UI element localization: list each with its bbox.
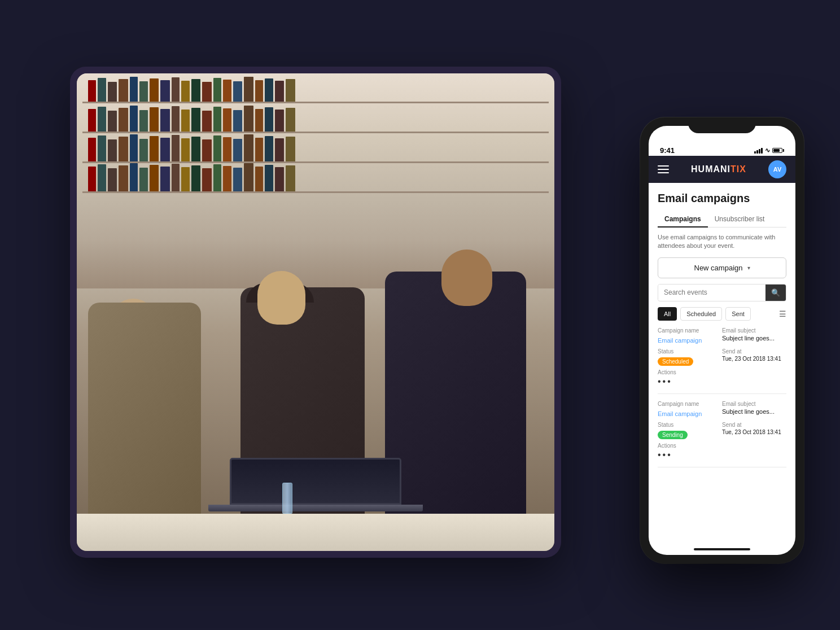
actions-dots-2[interactable]: •••: [658, 450, 786, 460]
filter-row: All Scheduled Sent ☰: [658, 307, 786, 321]
phone-nav: HUMANITIX AV: [649, 156, 795, 183]
status-icons: ∿: [754, 147, 784, 154]
status-bar: 9:41 ∿: [649, 142, 795, 156]
search-input[interactable]: [658, 285, 765, 300]
sendat-value-1: Tue, 23 Oct 2018 13:41: [722, 356, 786, 362]
filter-sent[interactable]: Sent: [725, 307, 751, 321]
phone-home-indicator: [694, 548, 750, 550]
wifi-icon: ∿: [765, 147, 770, 154]
campaign-name-value-1[interactable]: Email campaign: [658, 337, 702, 344]
new-campaign-label: New campaign: [694, 264, 743, 272]
avatar-button[interactable]: AV: [768, 160, 786, 178]
filter-all[interactable]: All: [658, 307, 677, 321]
phone-content: Email campaigns Campaigns Unsubscriber l…: [649, 183, 795, 483]
sendat-value-2: Tue, 23 Oct 2018 13:41: [722, 429, 786, 435]
chevron-down-icon: ▾: [747, 265, 750, 271]
battery-icon: [772, 148, 784, 153]
people-area: [77, 240, 554, 551]
email-subject-value-2: Subject line goes...: [722, 408, 786, 415]
phone-device: 9:41 ∿: [640, 117, 804, 563]
table-surface: [77, 514, 554, 551]
tab-unsubscriber[interactable]: Unsubscriber list: [708, 212, 772, 228]
person-middle-head: [257, 271, 305, 325]
search-bar: 🔍: [658, 284, 786, 301]
email-subject-value-1: Subject line goes...: [722, 335, 786, 342]
main-scene: 9:41 ∿: [53, 38, 787, 592]
sendat-label-1: Send at: [722, 348, 786, 355]
brand-logo: HUMANITIX: [691, 164, 746, 174]
laptop-screen: [230, 458, 402, 504]
tab-campaigns[interactable]: Campaigns: [658, 212, 708, 228]
filter-scheduled[interactable]: Scheduled: [680, 307, 722, 321]
phone-screen: 9:41 ∿: [649, 126, 795, 555]
status-label-1: Status: [658, 348, 722, 355]
new-campaign-button[interactable]: New campaign ▾: [658, 257, 786, 278]
status-badge-2: Sending: [658, 431, 688, 439]
actions-dots-1[interactable]: •••: [658, 377, 786, 387]
status-time: 9:41: [660, 146, 675, 155]
page-title: Email campaigns: [658, 192, 786, 205]
tablet-device: [70, 67, 561, 558]
signal-icon: [754, 148, 763, 154]
water-bottle: [282, 483, 292, 514]
status-badge-1: Scheduled: [658, 357, 693, 366]
brand-human: HUMANI: [691, 164, 730, 174]
search-button[interactable]: 🔍: [765, 285, 786, 301]
campaign-name-label-2: Campaign name: [658, 401, 722, 407]
tabs-container: Campaigns Unsubscriber list: [658, 212, 786, 228]
person-right-head: [441, 250, 492, 306]
email-subject-label-2: Email subject: [722, 401, 786, 407]
phone-notch: [688, 117, 756, 133]
campaign-card-2: Campaign name Email campaign Email subje…: [658, 401, 786, 467]
laptop-base: [208, 505, 423, 511]
actions-label-1: Actions: [658, 369, 786, 375]
filter-options-icon[interactable]: ☰: [779, 309, 786, 318]
sendat-label-2: Send at: [722, 422, 786, 428]
brand-tix: TIX: [730, 164, 746, 174]
campaign-name-label-1: Campaign name: [658, 327, 722, 334]
email-subject-label-1: Email subject: [722, 327, 786, 334]
actions-label-2: Actions: [658, 443, 786, 449]
campaign-name-value-2[interactable]: Email campaign: [658, 410, 702, 417]
tablet-screen: [77, 73, 554, 551]
campaign-card-1: Campaign name Email campaign Email subje…: [658, 327, 786, 394]
menu-icon[interactable]: [658, 165, 669, 173]
status-label-2: Status: [658, 422, 722, 428]
tab-description: Use email campaigns to communicate with …: [658, 233, 786, 251]
